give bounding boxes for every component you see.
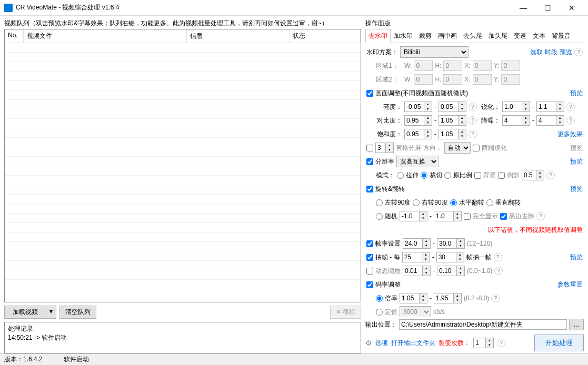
maximize-button[interactable]: ☐ <box>535 0 560 16</box>
bitrate-reset[interactable]: 参数重置 <box>557 280 583 289</box>
rotate-l90-radio[interactable] <box>376 199 383 206</box>
tab-remove-watermark[interactable]: 去水印 <box>365 29 391 43</box>
full-display-check[interactable] <box>464 213 471 220</box>
saturation-min[interactable]: ▴▾ <box>404 129 432 139</box>
contrast-max[interactable]: ▴▾ <box>438 115 466 126</box>
dynscale-check[interactable] <box>366 268 373 275</box>
output-path-input[interactable] <box>399 319 567 330</box>
bg-check[interactable] <box>474 172 481 179</box>
preview-watermark-link[interactable]: 预览 <box>560 48 572 57</box>
help-icon[interactable]: ? <box>566 103 575 111</box>
col-info[interactable]: 信息 <box>187 29 290 43</box>
bitrate-fixed-value[interactable]: 3000 <box>400 306 431 317</box>
time-range-link[interactable]: 时段 <box>545 48 557 57</box>
mode-crop-radio[interactable] <box>421 172 427 179</box>
dropframe-check[interactable] <box>366 254 373 261</box>
fps-min[interactable]: ▴▾ <box>403 238 431 249</box>
frame-adjust-check[interactable] <box>366 90 373 97</box>
gear-icon[interactable]: ⚙ <box>365 339 372 347</box>
rotate-r90-radio[interactable] <box>413 199 420 206</box>
mirror-check[interactable] <box>498 172 505 179</box>
drop-min[interactable]: ▴▾ <box>402 252 430 262</box>
bitrate-check[interactable] <box>366 281 373 288</box>
area1-x[interactable] <box>473 60 492 71</box>
brightness-min[interactable]: ▴▾ <box>404 102 432 112</box>
col-no[interactable]: No. <box>5 29 24 43</box>
col-status[interactable]: 状态 <box>290 29 361 43</box>
rotate-random-radio[interactable] <box>376 213 383 220</box>
rotate-preview[interactable]: 预览 <box>570 185 583 194</box>
help-icon[interactable]: ? <box>494 267 503 275</box>
table-body[interactable] <box>5 43 361 302</box>
tab-text[interactable]: 文本 <box>530 29 549 43</box>
resolution-preview[interactable]: 预览 <box>570 157 583 166</box>
open-output-link[interactable]: 打开输出文件夹 <box>391 339 435 348</box>
drop-max[interactable]: ▴▾ <box>436 252 464 262</box>
help-icon[interactable]: ? <box>546 171 555 179</box>
frame-adjust-preview[interactable]: 预览 <box>570 89 583 98</box>
minimize-button[interactable]: ― <box>511 0 535 16</box>
area1-y[interactable] <box>501 60 520 71</box>
help-icon[interactable]: ? <box>536 212 545 220</box>
help-icon[interactable]: ? <box>491 294 500 302</box>
mode-stretch-radio[interactable] <box>397 172 404 179</box>
load-video-dropdown[interactable]: ▾ <box>46 306 56 319</box>
denoise-max[interactable]: ▴▾ <box>536 115 564 126</box>
tab-trim-tail[interactable]: 去头尾 <box>460 29 485 43</box>
rotate-max[interactable]: ▴▾ <box>434 211 462 221</box>
sharpen-min[interactable]: ▴▾ <box>502 102 530 112</box>
help-icon[interactable]: ? <box>469 103 477 111</box>
remove-black-check[interactable] <box>500 213 507 220</box>
mirror-value[interactable]: ▴▾ <box>522 170 544 180</box>
sharpen-max[interactable]: ▴▾ <box>536 102 564 112</box>
help-icon[interactable]: ? <box>469 116 477 125</box>
help-icon[interactable]: ? <box>494 253 502 261</box>
resolution-check[interactable] <box>366 158 373 165</box>
bitrate-fixed-radio[interactable] <box>376 309 383 316</box>
help-icon[interactable]: ? <box>566 116 575 125</box>
dropframe-preview[interactable]: 预览 <box>570 253 583 262</box>
split-count[interactable]: ▴▾ <box>473 338 494 348</box>
area1-h[interactable] <box>443 60 462 71</box>
resolution-select[interactable]: 宽高互换 <box>396 156 438 167</box>
close-button[interactable]: ✕ <box>560 0 584 16</box>
saturation-max[interactable]: ▴▾ <box>438 129 466 139</box>
help-icon[interactable]: ? <box>497 339 505 347</box>
denoise-min[interactable]: ▴▾ <box>502 115 530 126</box>
grid-direction-select[interactable]: 自动 <box>444 142 471 154</box>
hflip-radio[interactable] <box>450 199 457 206</box>
tab-add-head[interactable]: 加头尾 <box>485 29 511 43</box>
tab-pip[interactable]: 画中画 <box>435 29 460 43</box>
area2-h[interactable] <box>443 74 462 85</box>
bitrate-min[interactable]: ▴▾ <box>400 293 427 303</box>
scale-min[interactable]: ▴▾ <box>403 266 431 276</box>
area1-w[interactable] <box>414 60 433 71</box>
clear-queue-button[interactable]: 清空队列 <box>59 306 96 319</box>
rotate-check[interactable] <box>366 186 373 192</box>
fps-max[interactable]: ▴▾ <box>437 238 465 249</box>
help-icon[interactable]: ? <box>574 48 583 56</box>
both-blur-check[interactable] <box>473 145 480 151</box>
scale-max[interactable]: ▴▾ <box>437 266 465 276</box>
grid-split-check[interactable] <box>366 145 373 151</box>
fps-check[interactable] <box>366 240 373 247</box>
brightness-max[interactable]: ▴▾ <box>438 102 466 112</box>
col-file[interactable]: 视频文件 <box>24 29 187 43</box>
start-button[interactable]: 开始处理 <box>534 334 584 351</box>
select-area-link[interactable]: 选取 <box>530 48 543 57</box>
tab-crop[interactable]: 裁剪 <box>416 29 435 43</box>
area2-y[interactable] <box>501 74 520 85</box>
bitrate-max[interactable]: ▴▾ <box>434 293 462 303</box>
load-video-button[interactable]: 加载视频 ▾ <box>4 306 56 319</box>
vflip-radio[interactable] <box>486 199 493 206</box>
area2-x[interactable] <box>473 74 492 85</box>
rotate-min[interactable]: ▴▾ <box>400 211 427 221</box>
watermark-scheme-select[interactable]: Bilibili <box>400 46 469 58</box>
browse-button[interactable]: ... <box>569 319 584 330</box>
area2-w[interactable] <box>414 74 433 85</box>
contrast-min[interactable]: ▴▾ <box>404 115 432 126</box>
bitrate-ratio-radio[interactable] <box>376 295 383 302</box>
tab-bgm[interactable]: 背景音 <box>549 29 574 43</box>
help-icon[interactable]: ? <box>469 130 477 138</box>
options-link[interactable]: 选项 <box>375 339 388 348</box>
